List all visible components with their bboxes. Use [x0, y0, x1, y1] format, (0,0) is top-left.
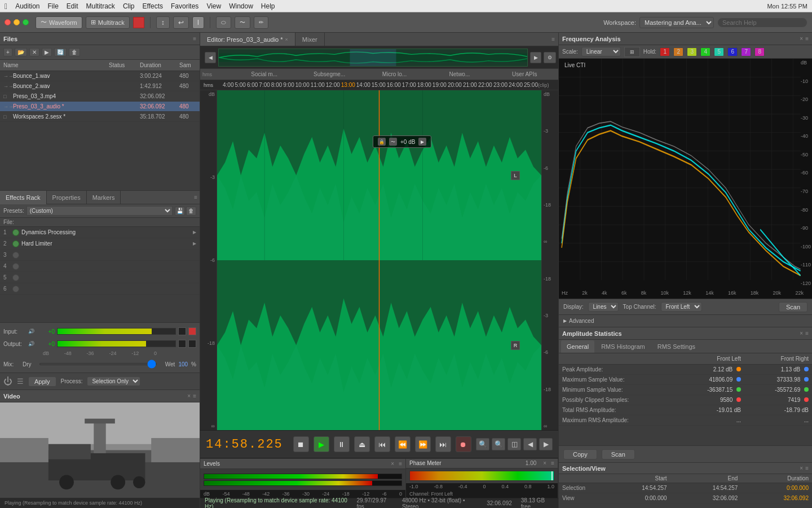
fast-forward-btn[interactable]: ⏩ [415, 436, 431, 452]
play-file-btn[interactable]: ▶ [42, 48, 52, 56]
r-btn[interactable]: R [511, 341, 520, 350]
editor-menu-icon[interactable]: ≡ [548, 33, 558, 46]
scroll-right-btn[interactable]: ▶ [539, 438, 553, 450]
properties-tab[interactable]: Properties [47, 191, 87, 204]
move-tool[interactable]: ↕ [156, 16, 170, 29]
effect-row-5[interactable]: 5 [0, 272, 200, 283]
effect-power-btn[interactable] [12, 252, 19, 259]
sv-menu-icon[interactable]: ≡ [805, 465, 809, 471]
menu-edit[interactable]: Edit [67, 2, 78, 10]
hold-btn-5[interactable]: 5 [714, 47, 724, 56]
amp-menu-icon[interactable]: ≡ [805, 330, 809, 336]
channel-l-btn[interactable]: L [511, 171, 520, 180]
apple-menu[interactable]:  [5, 2, 7, 11]
amp-tab-general[interactable]: General [561, 340, 594, 353]
waveform-canvas-area[interactable]: 🔒 〜 +0 dB ▶ L R [217, 90, 541, 430]
channel-r-btn[interactable]: R [511, 341, 520, 350]
menu-effects[interactable]: Effects [143, 2, 163, 10]
process-select[interactable]: Selection Only [87, 376, 140, 386]
effects-rack-tab[interactable]: Effects Rack [0, 191, 47, 204]
hold-btn-8[interactable]: 8 [754, 47, 765, 56]
minimize-button[interactable] [14, 19, 20, 25]
editor-tab-audio[interactable]: Editor: Preso_03_3_audio * × [200, 33, 295, 46]
hold-btn-6[interactable]: 6 [727, 47, 738, 56]
effect-power-btn[interactable] [12, 286, 19, 292]
amp-close-icon[interactable]: × [800, 330, 803, 336]
power-icon[interactable]: ⏻ [3, 376, 12, 387]
tab-close-icon[interactable]: × [285, 37, 288, 42]
delete-preset-btn[interactable]: 🗑 [186, 207, 196, 216]
eject-btn[interactable]: ⏏ [354, 436, 370, 452]
mix-slider[interactable] [39, 363, 157, 365]
zoom-frame-btn[interactable]: ◫ [508, 438, 521, 450]
advanced-row[interactable]: ▶ Advanced [559, 314, 812, 327]
record-btn[interactable]: ⏺ [456, 436, 471, 452]
hold-btn-7[interactable]: 7 [741, 47, 751, 56]
menu-help[interactable]: Help [261, 2, 275, 10]
hold-btn-2[interactable]: 2 [673, 47, 683, 56]
display-select[interactable]: Lines [588, 302, 619, 312]
list-icon[interactable]: ☰ [17, 377, 24, 386]
effect-expand-icon[interactable]: ▶ [193, 230, 196, 235]
copy-button[interactable]: Copy [563, 449, 597, 459]
rack-menu-icon[interactable]: ≡ [194, 194, 197, 200]
effect-row-4[interactable]: 4 [0, 261, 200, 272]
delete-file-btn[interactable]: 🗑 [69, 48, 80, 56]
zoom-in-btn[interactable]: 🔍 [476, 438, 489, 450]
skip-start-btn[interactable]: ⏮ [374, 436, 390, 452]
apply-button[interactable]: Apply [28, 376, 56, 387]
amp-tab-settings[interactable]: RMS Settings [652, 340, 701, 353]
effect-power-btn[interactable] [12, 263, 19, 270]
effect-power-btn[interactable] [12, 229, 19, 236]
sv-close-icon[interactable]: × [800, 465, 803, 471]
multitrack-btn[interactable]: ⊞ Multitrack [86, 16, 130, 29]
waveform-btn[interactable]: 〜 Waveform [36, 16, 82, 29]
file-row-bounce2[interactable]: →→ Bounce_2.wav 1:42.912 480 [0, 81, 200, 91]
effect-row-3[interactable]: 3 [0, 249, 200, 261]
workspace-select[interactable]: Mastering and Ana... [639, 17, 714, 28]
cursor-tool[interactable]: I [192, 16, 204, 29]
menu-file[interactable]: File [48, 2, 59, 10]
rewind-btn[interactable]: ⏪ [395, 436, 411, 452]
search-input[interactable] [717, 17, 807, 28]
markers-tab[interactable]: Markers [87, 191, 121, 204]
panel-menu-icon[interactable]: ≡ [193, 36, 196, 42]
amp-tab-histogram[interactable]: RMS Histogram [595, 340, 651, 353]
phase-close-icon[interactable]: × [543, 460, 546, 466]
amp-scan-button[interactable]: Scan [602, 449, 635, 459]
top-channel-select[interactable]: Front Left [661, 302, 702, 312]
wave-tool[interactable]: 〜 [235, 16, 250, 29]
file-row-bounce1[interactable]: →→ Bounce_1.wav 3:00.224 480 [0, 71, 200, 81]
presets-select[interactable]: (Custom) [27, 206, 173, 216]
levels-menu-icon[interactable]: ≡ [399, 461, 402, 467]
hold-btn-3[interactable]: 3 [687, 47, 697, 56]
hold-btn-1[interactable]: 1 [660, 47, 670, 56]
settings-btn[interactable]: ⚙ [544, 52, 556, 63]
video-menu-icon[interactable]: ≡ [193, 393, 196, 399]
phase-menu-icon[interactable]: ≡ [551, 460, 554, 466]
hold-btn-4[interactable]: 4 [700, 47, 710, 56]
pencil-tool[interactable]: ✏ [254, 16, 268, 29]
file-row-sesx[interactable]: □ Workspaces 2.sesx * 35:18.702 480 [0, 112, 200, 122]
grid-btn[interactable]: ⊞ [624, 47, 640, 57]
l-btn[interactable]: L [511, 171, 520, 180]
menu-view[interactable]: View [206, 2, 221, 10]
undo-btn[interactable]: ↩ [173, 16, 189, 29]
overview-waveform[interactable] [218, 49, 528, 67]
menu-audition[interactable]: Audition [15, 2, 39, 10]
pause-btn[interactable]: ⏸ [334, 436, 350, 452]
menu-multitrack[interactable]: Multitrack [86, 2, 115, 10]
file-row-mp4[interactable]: □ Preso_03_3.mp4 32:06.092 [0, 91, 200, 102]
effect-power-btn[interactable] [12, 240, 19, 247]
menu-clip[interactable]: Clip [123, 2, 135, 10]
new-file-btn[interactable]: + [3, 48, 12, 56]
save-preset-btn[interactable]: 💾 [175, 207, 185, 216]
zoom-out-btn[interactable]: 🔍 [492, 438, 505, 450]
skip-end-btn[interactable]: ⏭ [435, 436, 451, 452]
levels-close-icon[interactable]: × [391, 461, 394, 467]
nav-right-btn[interactable]: ▶ [530, 52, 541, 63]
play-btn[interactable]: ▶ [314, 436, 329, 452]
scroll-left-btn[interactable]: ◀ [523, 438, 537, 450]
close-button[interactable] [5, 19, 11, 25]
effect-power-btn[interactable] [12, 274, 19, 281]
